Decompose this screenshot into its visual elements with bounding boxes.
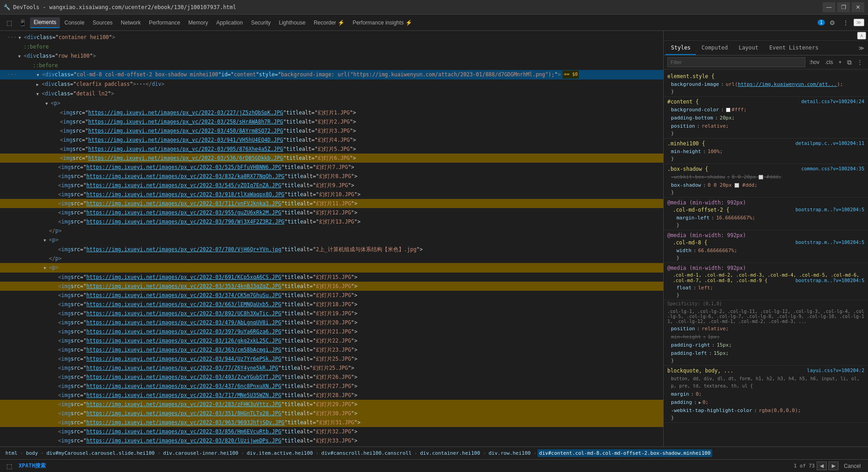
dom-line[interactable]: <img src="https://img.ixueyi.net/images/… [0, 190, 663, 199]
tab-recorder[interactable]: Recorder ⚡ [310, 18, 348, 28]
css-property[interactable]: margin : 0; [667, 390, 864, 398]
dom-line[interactable]: <p> [0, 99, 663, 108]
dom-line[interactable]: <img src="https://img.ixueyi.net/images/… [0, 108, 663, 117]
tab-network[interactable]: Network [117, 18, 144, 28]
tab-performance[interactable]: Performance [145, 18, 184, 28]
dom-line[interactable]: <div class="clearfix padclass" > ··· </d… [0, 79, 663, 89]
dom-line[interactable]: <img src="https://img.ixueyi.net/images/… [0, 208, 663, 217]
breadcrumb-container[interactable]: div.container.hei100 [418, 449, 482, 457]
dom-line[interactable]: <img src="https://img.ixueyi.net/images/… [0, 436, 663, 445]
dom-line[interactable]: </p> [0, 254, 663, 263]
dom-line[interactable]: </p> [0, 226, 663, 235]
css-property[interactable]: padding : 0; [667, 398, 864, 407]
settings-button[interactable]: ⚙ [827, 17, 838, 28]
dom-line[interactable]: <p> [0, 263, 663, 273]
tab-security[interactable]: Security [247, 18, 274, 28]
breadcrumb-content-selected[interactable]: div#content.col-md-8.col-md-offset-2.box… [538, 449, 713, 457]
minimize-button[interactable]: — [823, 2, 835, 12]
color-swatch[interactable] [726, 108, 730, 112]
css-property[interactable]: padding-right : 15px; [667, 341, 864, 349]
dom-line[interactable]: <img src="https://img.ixueyi.net/images/… [0, 181, 663, 190]
dom-line[interactable]: <img src="https://img.ixueyi.net/images/… [0, 135, 663, 144]
breadcrumb-canscroll[interactable]: div#canscroll.hei100.canscroll [320, 449, 414, 457]
dom-line[interactable]: <img src="https://img.ixueyi.net/images/… [0, 445, 663, 447]
tab-application[interactable]: Application [212, 18, 247, 28]
expand-triangle[interactable] [44, 236, 49, 244]
dom-line[interactable]: <img src="https://img.ixueyi.net/images/… [0, 309, 663, 318]
expand-triangle[interactable] [37, 70, 42, 79]
styles-content[interactable]: element.style { background-image : url(h… [664, 70, 868, 447]
dom-line[interactable]: <img src="https://img.ixueyi.net/images/… [0, 245, 663, 254]
tab-console[interactable]: Console [61, 18, 88, 28]
dom-line[interactable]: <img src="https://img.ixueyi.net/images/… [0, 144, 663, 154]
close-button[interactable]: ✕ [852, 2, 864, 12]
breadcrumb-body[interactable]: body [24, 449, 40, 457]
dom-line[interactable]: <img src="https://img.ixueyi.net/images/… [0, 318, 663, 327]
more-style-button[interactable]: ⋮ [855, 58, 864, 66]
css-property[interactable]: min-height : 1px; [667, 333, 864, 341]
tab-memory[interactable]: Memory [185, 18, 212, 28]
dom-line[interactable]: <img src="https://img.ixueyi.net/images/… [0, 154, 663, 163]
dom-line[interactable]: <img src="https://img.ixueyi.net/images/… [0, 336, 663, 345]
tab-elements[interactable]: Elements [30, 17, 60, 28]
context-menu-dot[interactable]: ··· [7, 33, 17, 41]
dom-line[interactable]: ::before [0, 61, 663, 70]
css-property[interactable]: width : 66.66666667%; [673, 247, 864, 255]
tab-performance-insights[interactable]: Performance insights ⚡ [349, 18, 416, 28]
css-property[interactable]: padding-left : 15px; [667, 349, 864, 358]
collapse-panel-button[interactable]: ≫ [853, 19, 864, 26]
more-tabs-button[interactable]: ≫ [857, 44, 866, 52]
dom-line[interactable]: <img src="https://img.ixueyi.net/images/… [0, 354, 663, 363]
dom-line[interactable]: <img src="https://img.ixueyi.net/images/… [0, 217, 663, 226]
next-page-button[interactable]: ▶ [829, 462, 838, 470]
scroll-up-button[interactable]: ∧ [857, 32, 866, 40]
tab-layout[interactable]: Layout [733, 41, 764, 55]
dom-line[interactable]: <img src="https://img.ixueyi.net/images/… [0, 282, 663, 291]
pseudo-cls-button[interactable]: .cls [823, 58, 835, 66]
dom-line-selected[interactable]: ··· <div class="col-md-8 col-md-offset-2… [0, 70, 663, 79]
dom-line[interactable]: <img src="https://img.ixueyi.net/images/… [0, 273, 663, 282]
expand-triangle[interactable] [18, 52, 24, 60]
maximize-button[interactable]: ❐ [837, 2, 850, 12]
device-button[interactable]: 📱 [16, 17, 29, 28]
dom-panel[interactable]: ··· <div class="container hei100" > ::be… [0, 31, 664, 447]
breadcrumb-carousel-inner[interactable]: div.carousel-inner.hei100 [161, 449, 240, 457]
css-property[interactable]: -webkit-tap-highlight-color : rgba(0,0,0… [667, 407, 864, 415]
dom-line[interactable]: <img src="https://img.ixueyi.net/images/… [0, 291, 663, 300]
dom-line[interactable]: <div class="detail ln2" > [0, 89, 663, 99]
dom-line[interactable]: <img src="https://img.ixueyi.net/images/… [0, 427, 663, 436]
dom-line[interactable]: <img src="https://img.ixueyi.net/images/… [0, 382, 663, 391]
breadcrumb-item-active[interactable]: div.item.active.hei100 [245, 449, 315, 457]
dom-line[interactable]: <img src="https://img.ixueyi.net/images/… [0, 418, 663, 427]
tab-styles[interactable]: Styles [666, 41, 696, 55]
breadcrumb-carousel[interactable]: div#myCarousel.carousel.slide.hei100 [44, 449, 156, 457]
cancel-button[interactable]: Cancel [840, 462, 864, 470]
tab-computed[interactable]: Computed [696, 41, 733, 55]
dom-line[interactable]: <img src="https://img.ixueyi.net/images/… [0, 327, 663, 336]
filter-input[interactable] [667, 57, 805, 67]
context-menu-dot[interactable]: ··· [7, 70, 17, 79]
more-button[interactable]: ⋮ [840, 17, 852, 28]
tab-sources[interactable]: Sources [89, 18, 116, 28]
css-property[interactable]: min-height : 100%; [667, 148, 864, 156]
css-property[interactable]: position : relative; [667, 325, 864, 333]
dom-line[interactable]: <img src="https://img.ixueyi.net/images/… [0, 400, 663, 409]
expand-triangle[interactable] [36, 89, 42, 98]
css-property[interactable]: box-shadow : 0 0 20px #ddd; [667, 181, 864, 189]
dom-line[interactable]: <img src="https://img.ixueyi.net/images/… [0, 409, 663, 418]
dom-line[interactable]: <p> [0, 235, 663, 245]
prev-page-button[interactable]: ◀ [817, 462, 827, 470]
inspect-button[interactable]: ⬚ [4, 17, 15, 28]
dom-line[interactable]: <img src="https://img.ixueyi.net/images/… [0, 172, 663, 181]
dom-line[interactable]: <div class="row hei100 " > [0, 51, 663, 61]
tab-lighthouse[interactable]: Lighthouse [275, 18, 309, 28]
expand-triangle[interactable] [19, 33, 24, 42]
dom-line[interactable]: <img src="https://img.ixueyi.net/images/… [0, 117, 663, 126]
css-property[interactable]: float : left; [673, 284, 864, 292]
pseudo-hov-button[interactable]: :hov [807, 58, 821, 66]
add-style-button[interactable]: + [837, 58, 843, 66]
dom-line[interactable]: <img src="https://img.ixueyi.net/images/… [0, 199, 663, 208]
css-property[interactable]: margin-left : 16.66666667%; [673, 214, 864, 222]
dom-line[interactable]: <img src="https://img.ixueyi.net/images/… [0, 345, 663, 354]
dom-line[interactable]: <img src="https://img.ixueyi.net/images/… [0, 163, 663, 172]
